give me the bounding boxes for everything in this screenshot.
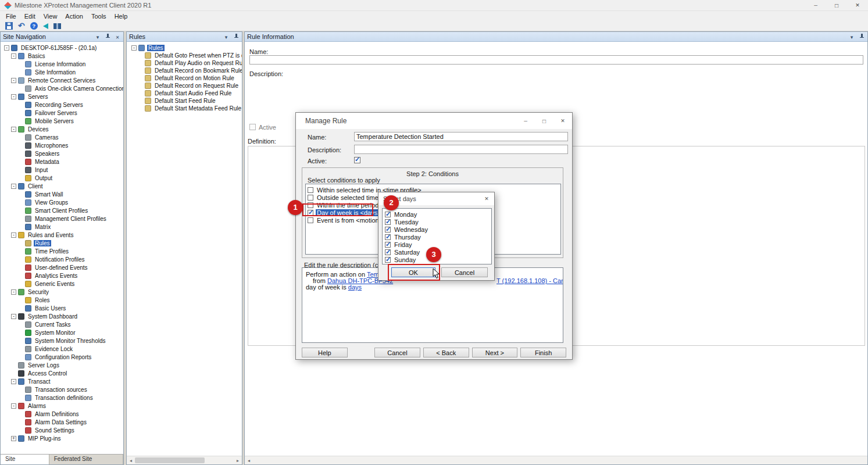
sitenav-item-alarm-definitions[interactable]: Alarm Definitions xyxy=(1,410,123,418)
pointer-icon[interactable] xyxy=(43,23,48,29)
condition-checkbox[interactable] xyxy=(308,195,313,201)
next-button[interactable]: Next > xyxy=(472,348,518,357)
cancel-button[interactable]: Cancel xyxy=(441,267,488,277)
dock-arrow-icon[interactable] xyxy=(223,33,230,40)
tree-expander-minus-icon[interactable]: - xyxy=(11,184,16,189)
sitenav-item-rules-and-events[interactable]: -Rules and Events xyxy=(1,231,123,239)
scroll-left-icon[interactable]: ◂ xyxy=(245,456,253,464)
day-checkbox[interactable] xyxy=(385,249,391,255)
help-button[interactable]: Help xyxy=(302,348,348,357)
rule-item-default-start-audio-feed-rule[interactable]: Default Start Audio Feed Rule xyxy=(127,90,242,97)
sitenav-item-failover-servers[interactable]: Failover Servers xyxy=(1,109,123,117)
tree-expander-minus-icon[interactable]: - xyxy=(11,53,16,59)
sitenav-item-view-groups[interactable]: View Groups xyxy=(1,198,123,206)
sitenav-item-system-monitor[interactable]: System Monitor xyxy=(1,328,123,337)
tree-expander-minus-icon[interactable]: - xyxy=(11,94,16,99)
day-checkbox[interactable] xyxy=(385,242,391,248)
sitenav-item-mip-plug-ins[interactable]: +MIP Plug-ins xyxy=(1,434,123,442)
save-icon[interactable] xyxy=(5,22,13,30)
days-link[interactable]: days xyxy=(348,284,362,291)
tree-expander-minus-icon[interactable]: - xyxy=(4,45,9,51)
window-maximize-button[interactable] xyxy=(826,0,847,10)
sitenav-item-current-tasks[interactable]: Current Tasks xyxy=(1,320,123,328)
tree-expander-minus-icon[interactable]: - xyxy=(131,45,137,51)
sitenav-item-server-logs[interactable]: Server Logs xyxy=(1,361,123,369)
manage-name-input[interactable] xyxy=(354,132,568,141)
condition-checkbox[interactable] xyxy=(308,187,313,193)
sitenav-item-mobile-servers[interactable]: Mobile Servers xyxy=(1,117,123,125)
rule-item-default-goto-preset-when-ptz-is-done[interactable]: Default Goto Preset when PTZ is done xyxy=(127,52,242,59)
day-checkbox[interactable] xyxy=(385,227,391,233)
tree-expander-minus-icon[interactable]: - xyxy=(11,314,16,319)
sitenav-item-notification-profiles[interactable]: Notification Profiles xyxy=(1,255,123,263)
sitenav-item-transaction-definitions[interactable]: Transaction definitions xyxy=(1,394,123,402)
tree-expander-minus-icon[interactable]: - xyxy=(11,127,16,132)
dock-arrow-icon[interactable] xyxy=(94,33,101,40)
tree-expander-plus-icon[interactable]: + xyxy=(11,436,16,441)
dock-arrow-icon[interactable] xyxy=(848,33,855,40)
sitenav-item-management-client-profiles[interactable]: Management Client Profiles xyxy=(1,214,123,223)
tree-expander-minus-icon[interactable]: - xyxy=(11,78,16,83)
sitenav-item-sound-settings[interactable]: Sound Settings xyxy=(1,426,123,434)
menu-help[interactable]: Help xyxy=(110,13,132,20)
sitenav-item-devices[interactable]: -Devices xyxy=(1,125,123,133)
rule-item-default-start-feed-rule[interactable]: Default Start Feed Rule xyxy=(127,97,242,105)
sitenav-item-access-control[interactable]: Access Control xyxy=(1,369,123,377)
day-checkbox[interactable] xyxy=(385,257,391,263)
scroll-left-icon[interactable]: ◂ xyxy=(127,456,135,464)
sitenav-item-output[interactable]: Output xyxy=(1,174,123,182)
menu-action[interactable]: Action xyxy=(61,13,87,20)
undo-icon[interactable] xyxy=(18,22,25,30)
sitenav-item-client[interactable]: -Client xyxy=(1,182,123,190)
sitenav-item-transact[interactable]: -Transact xyxy=(1,377,123,385)
rule-information-scrollbar[interactable]: ◂ xyxy=(245,456,867,464)
ok-button[interactable]: OK xyxy=(391,267,435,277)
sitenav-item-remote-connect-services[interactable]: -Remote Connect Services xyxy=(1,76,123,84)
pin-icon[interactable] xyxy=(858,33,865,40)
help-icon[interactable] xyxy=(30,22,38,30)
panel-close-icon[interactable] xyxy=(114,33,121,40)
sitenav-item-transaction-sources[interactable]: Transaction sources xyxy=(1,385,123,394)
dialog-close-button[interactable] xyxy=(553,113,572,129)
sitenav-item-basics[interactable]: -Basics xyxy=(1,52,123,60)
sitenav-item-smart-wall[interactable]: Smart Wall xyxy=(1,190,123,198)
condition-checkbox[interactable] xyxy=(308,202,313,208)
sitenav-item-system-dashboard[interactable]: -System Dashboard xyxy=(1,312,123,320)
day-thursday[interactable]: Thursday xyxy=(385,233,489,241)
menu-view[interactable]: View xyxy=(40,13,62,20)
sitenav-item-matrix[interactable]: Matrix xyxy=(1,223,123,231)
pin-icon[interactable] xyxy=(233,33,240,40)
rule-item-default-record-on-bookmark-rule[interactable]: Default Record on Bookmark Rule xyxy=(127,67,242,74)
rules-horizontal-scrollbar[interactable]: ◂ ▸ xyxy=(127,456,242,464)
back-button[interactable]: < Back xyxy=(423,348,469,357)
sitenav-item-configuration-reports[interactable]: Configuration Reports xyxy=(1,353,123,361)
sitenav-item-speakers[interactable]: Speakers xyxy=(1,149,123,158)
menu-tools[interactable]: Tools xyxy=(87,13,110,20)
device-link-tail[interactable]: T (192.168.1.108) - Camera 2 xyxy=(496,277,563,284)
sitenav-item-smart-client-profiles[interactable]: Smart Client Profiles xyxy=(1,206,123,214)
sitenav-item-cameras[interactable]: Cameras xyxy=(1,133,123,141)
rule-item-default-record-on-request-rule[interactable]: Default Record on Request Rule xyxy=(127,82,242,90)
sitenav-item-basic-users[interactable]: Basic Users xyxy=(1,304,123,312)
finish-button[interactable]: Finish xyxy=(520,348,566,357)
scroll-right-icon[interactable]: ▸ xyxy=(234,456,242,464)
day-checkbox[interactable] xyxy=(385,234,391,240)
sitenav-item-microphones[interactable]: Microphones xyxy=(1,141,123,149)
tree-expander-minus-icon[interactable]: - xyxy=(11,403,16,409)
tab-site-navigation[interactable]: Site Navigation xyxy=(1,455,49,464)
manage-active-checkbox[interactable] xyxy=(354,157,360,163)
tree-expander-minus-icon[interactable]: - xyxy=(11,233,16,238)
sitenav-item-system-monitor-thresholds[interactable]: System Monitor Thresholds xyxy=(1,337,123,345)
window-close-button[interactable] xyxy=(847,0,868,10)
menu-edit[interactable]: Edit xyxy=(20,13,40,20)
rule-item-default-play-audio-on-request-rule[interactable]: Default Play Audio on Request Rule xyxy=(127,59,242,67)
sitenav-item-evidence-lock[interactable]: Evidence Lock xyxy=(1,345,123,353)
sitenav-item-metadata[interactable]: Metadata xyxy=(1,158,123,166)
window-minimize-button[interactable] xyxy=(805,0,826,10)
manage-description-input[interactable] xyxy=(354,145,568,154)
condition-checkbox[interactable] xyxy=(308,210,313,216)
sitenav-item-site-information[interactable]: Site Information xyxy=(1,68,123,76)
rule-name-input[interactable] xyxy=(249,55,863,65)
condition-checkbox[interactable] xyxy=(308,217,313,223)
sitenav-item-desktop-61j585f-20-1a[interactable]: -DESKTOP-61J585F - (20.1a) xyxy=(1,44,123,52)
